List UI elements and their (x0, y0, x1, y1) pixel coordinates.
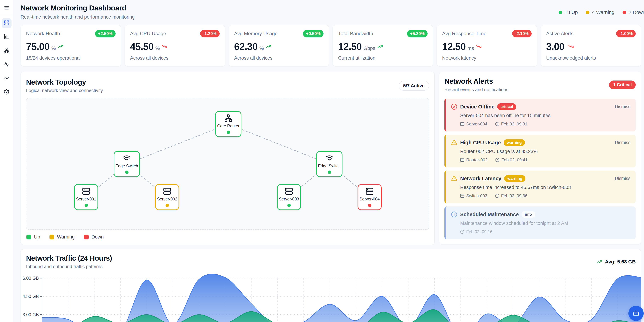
kpi-description: Across all devices (130, 55, 220, 61)
trending-up-icon (596, 259, 602, 265)
kpi-description: Network latency (442, 55, 532, 61)
sidebar-item-topology[interactable] (2, 46, 12, 56)
kpi-card-bandwidth: Total Bandwidth +5.30% 12.50 Gbps Curren… (332, 25, 433, 66)
dismiss-button[interactable]: Dismiss (615, 104, 630, 109)
kpi-label: Total Bandwidth (338, 31, 373, 36)
warning-swatch (50, 235, 54, 239)
kpi-value: 62.30 (234, 41, 258, 52)
menu-icon[interactable] (4, 5, 10, 11)
trend-up-icon (58, 43, 64, 49)
alert-device-offline: Device Offline critical Dismiss Server-0… (444, 99, 636, 132)
node-label: Server-002 (157, 197, 177, 201)
topology-node-core-router[interactable]: Core Router (215, 111, 242, 137)
alert-time: Feb 02, 09:16 (460, 229, 492, 234)
traffic-average-label: Avg: 5.68 GB (605, 259, 636, 265)
network-traffic-panel: Network Traffic (24 Hours) Inbound and o… (20, 249, 641, 322)
dismiss-button[interactable]: Dismiss (615, 176, 630, 181)
sidebar-item-analytics[interactable] (2, 32, 12, 42)
topology-subtitle: Logical network view and connectivity (26, 88, 103, 93)
sidebar-item-activity[interactable] (2, 60, 12, 70)
node-label: Server-004 (360, 197, 380, 201)
node-status-dot (84, 204, 88, 207)
server-icon (460, 158, 464, 162)
topology-node-server-002[interactable]: Server-002 (155, 184, 179, 210)
alert-device-label: Router-002 (466, 158, 488, 162)
trend-down-icon (162, 43, 168, 49)
node-status-dot (328, 170, 331, 174)
server-icon (460, 194, 464, 198)
legend-item-warning: Warning (50, 234, 75, 240)
sidebar-item-performance[interactable] (2, 73, 12, 83)
server-icon (163, 187, 171, 195)
network-alerts-panel: Network Alerts Recent events and notific… (439, 72, 641, 244)
topology-node-edge-switch-1[interactable]: Edge Switch 1 (114, 151, 140, 177)
up-status-dot (558, 11, 562, 14)
alert-title: Network Latency (460, 176, 501, 181)
assistant-fab-button[interactable] (628, 306, 644, 321)
alert-time-label: Feb 02, 09:41 (501, 158, 528, 162)
down-status-label: 2 Down (628, 9, 644, 15)
legend-label: Warning (57, 234, 75, 240)
node-status-dot (166, 204, 169, 207)
topology-node-server-003[interactable]: Server-003 (277, 184, 301, 210)
severity-badge: critical (497, 103, 516, 110)
kpi-change-badge: +5.30% (407, 30, 428, 37)
wifi-icon (123, 154, 131, 162)
topology-node-edge-switch-2[interactable]: Edge Switc... (316, 151, 342, 177)
sidebar-item-settings[interactable] (2, 87, 12, 97)
trend-down-icon (568, 43, 574, 49)
kpi-change-badge: -1.00% (616, 30, 636, 37)
alert-message: Maintenance window scheduled for tonight… (460, 221, 631, 226)
alert-network-latency: Network Latency warning Dismiss Response… (444, 170, 636, 203)
kpi-change-badge: +2.50% (95, 30, 116, 37)
kpi-unit: % (52, 45, 56, 51)
gear-icon (4, 89, 10, 95)
alert-time-label: Feb 02, 09:36 (501, 193, 527, 198)
alert-time: Feb 02, 09:31 (495, 122, 527, 127)
legend-label: Down (92, 234, 104, 240)
alert-scheduled-maintenance: Scheduled Maintenance info Maintenance w… (444, 206, 636, 239)
kpi-value: 12.50 (442, 41, 466, 52)
kpi-unit: % (155, 45, 160, 51)
node-label: Edge Switch 1 (116, 164, 138, 168)
kpi-change-badge: -2.10% (512, 30, 532, 37)
alert-message: Response time increased to 45.67ms on Sw… (460, 185, 631, 190)
clock-icon (460, 230, 464, 234)
page-header: Network Monitoring Dashboard Real-time n… (20, 4, 641, 20)
alert-device: Switch-003 (460, 193, 487, 198)
node-label: Core Router (217, 124, 239, 129)
node-label: Server-001 (76, 197, 96, 201)
dismiss-button[interactable]: Dismiss (615, 140, 630, 145)
svg-text:6.00 GB: 6.00 GB (22, 276, 39, 281)
kpi-change-badge: +0.50% (303, 30, 324, 37)
router-icon (224, 114, 232, 122)
legend-label: Up (34, 234, 40, 240)
topology-node-server-001[interactable]: Server-001 (74, 184, 98, 210)
status-chip-up: 18 Up (558, 9, 578, 15)
alert-title: Device Offline (460, 104, 494, 110)
status-chip-warning: 4 Warning (586, 9, 614, 15)
legend-item-up: Up (26, 234, 40, 240)
bar-chart-icon (4, 34, 10, 40)
kpi-card-active-alerts: Active Alerts -1.00% 3.00 Unacknowledged… (541, 25, 641, 66)
warning-triangle-icon (451, 175, 457, 182)
alert-message: Router-002 CPU usage is at 85.23% (460, 149, 631, 154)
alert-message: Server-004 has been offline for 15 minut… (460, 113, 631, 118)
topology-legend: Up Warning Down (26, 234, 429, 240)
info-circle-icon (451, 211, 457, 218)
alert-time: Feb 02, 09:36 (495, 193, 527, 198)
kpi-value: 45.50 (130, 41, 154, 52)
topology-node-server-004[interactable]: Server-004 (358, 184, 382, 210)
severity-badge: warning (504, 139, 525, 146)
bot-icon (632, 310, 640, 317)
alert-time-label: Feb 02, 09:16 (466, 229, 492, 234)
kpi-value: 12.50 (338, 41, 362, 52)
kpi-change-badge: -1.20% (200, 30, 220, 37)
kpi-description: Current utilization (338, 55, 428, 61)
severity-badge: warning (504, 175, 526, 182)
node-status-dot (125, 170, 128, 174)
sidebar-item-dashboard[interactable] (2, 18, 12, 28)
alert-high-cpu: High CPU Usage warning Dismiss Router-00… (444, 135, 636, 167)
alerts-title: Network Alerts (444, 77, 508, 85)
kpi-description: Unacknowledged alerts (546, 55, 636, 61)
